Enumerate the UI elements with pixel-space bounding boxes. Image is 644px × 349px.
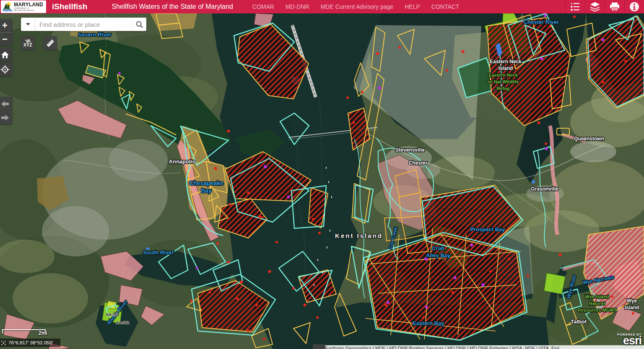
map-label: Island xyxy=(499,65,513,71)
locate-button[interactable] xyxy=(0,62,13,76)
nav-link-help[interactable]: HELP xyxy=(405,3,420,10)
info-icon xyxy=(629,2,639,12)
zoom-in-button[interactable]: + xyxy=(0,19,13,32)
map-canvas[interactable]: Severn RiverAnnapolisChesapeakeBaySouth … xyxy=(0,13,644,349)
print-icon xyxy=(610,2,620,11)
ruler-icon xyxy=(46,39,55,48)
dnr-logo-text: MARYLAND DEPARTMENT OF NATURAL RESOURCES xyxy=(14,2,43,11)
print-button[interactable] xyxy=(605,0,624,13)
scale-label: 2mi xyxy=(39,330,47,336)
map-label: Chester River xyxy=(524,19,559,25)
nav-link-mde-advisory[interactable]: MDE Current Advisory page xyxy=(321,3,394,10)
esri-logo: POWERED BY esri xyxy=(617,333,641,345)
locate-icon xyxy=(1,65,9,74)
nav-link-comar[interactable]: COMAR xyxy=(252,3,274,10)
top-nav: COMAR MD-DNR MDE Current Advisory page H… xyxy=(252,3,460,10)
map-label: South River xyxy=(143,249,174,256)
legend-icon xyxy=(570,2,580,11)
coordinates-value: 76°6.817' 38°52.050' xyxy=(8,340,53,345)
dnr-logo-icon xyxy=(2,1,13,12)
map-label: Wye Island xyxy=(585,294,609,299)
map-label: Prospect Bay xyxy=(470,226,505,233)
map-label: Alley Bay xyxy=(426,252,451,259)
app-header: MARYLAND DEPARTMENT OF NATURAL RESOURCES… xyxy=(0,0,644,13)
map-label: Eastern Neck xyxy=(488,72,518,78)
search-source-dropdown[interactable] xyxy=(21,18,35,31)
previous-extent-button[interactable] xyxy=(0,97,13,111)
map-label: Eastern Bay xyxy=(413,320,444,326)
info-button[interactable] xyxy=(624,0,644,13)
search-widget xyxy=(21,18,146,31)
map-label: Severn River xyxy=(78,31,112,38)
map-label: Kent Island xyxy=(335,232,383,239)
next-extent-button[interactable] xyxy=(0,111,13,124)
map-label: Talbot xyxy=(571,318,587,325)
map-label: Wye xyxy=(627,298,637,304)
map-label: Annapolis xyxy=(169,158,195,165)
map-label: Bay xyxy=(201,187,212,194)
attribution-text: Earthstar Geographics | MDE | MD DNR Boa… xyxy=(325,345,644,349)
layers-icon xyxy=(589,2,600,12)
map-label: Eastern Neck xyxy=(490,59,522,65)
map-label: AA-703 xyxy=(106,313,119,317)
ishellfish-app: MARYLAND DEPARTMENT OF NATURAL RESOURCES… xyxy=(0,0,644,349)
attribution-toggle xyxy=(313,344,325,349)
map-label: AA-102 xyxy=(116,321,129,325)
home-button[interactable] xyxy=(0,48,13,62)
page-title: Shellfish Waters of the State of Marylan… xyxy=(112,3,233,10)
chevron-down-icon xyxy=(26,23,31,26)
map-label: Resources MGMT xyxy=(578,308,617,313)
map-label: Island xyxy=(625,305,639,310)
map-label: Isl Nat Wildlife xyxy=(487,79,519,84)
map-label: Queenstown xyxy=(574,136,604,142)
nav-link-md-dnr[interactable]: MD-DNR xyxy=(286,3,309,10)
nav-link-contact[interactable]: CONTACT xyxy=(431,3,460,10)
layers-button[interactable] xyxy=(585,0,605,13)
home-icon xyxy=(1,52,9,58)
map-label: Natural xyxy=(589,301,605,306)
app-title: iShellfish xyxy=(52,2,87,11)
search-button[interactable] xyxy=(132,18,146,31)
header-icon-bar xyxy=(565,0,644,13)
dnr-logo: MARYLAND DEPARTMENT OF NATURAL RESOURCES xyxy=(1,0,46,13)
zoom-out-button[interactable]: − xyxy=(0,32,13,46)
map-container: Severn RiverAnnapolisChesapeakeBaySouth … xyxy=(0,13,644,349)
swap-arrows-icon xyxy=(24,39,32,43)
map-label: Refug xyxy=(496,86,509,91)
xyz-coordinates-button[interactable]: XYZ xyxy=(21,36,35,50)
map-label: Chester xyxy=(409,160,428,166)
esri-wordmark: esri xyxy=(617,336,641,345)
search-icon xyxy=(135,21,143,28)
map-tools: XYZ xyxy=(21,36,57,50)
map-label: Crab xyxy=(432,245,444,251)
coordinates-icon xyxy=(1,340,6,346)
back-arrow-icon xyxy=(1,101,9,107)
search-input[interactable] xyxy=(35,18,132,31)
attribution-bar: Earthstar Geographics | MDE | MD DNR Boa… xyxy=(325,345,644,349)
map-label: Chesapeake xyxy=(189,180,223,186)
map-label: Stevensville xyxy=(395,147,425,153)
legend-button[interactable] xyxy=(565,0,585,13)
zoom-control: + − xyxy=(0,19,13,46)
measure-button[interactable] xyxy=(43,36,57,50)
coordinates-readout: 76°6.817' 38°52.050' xyxy=(0,339,60,347)
forward-arrow-icon xyxy=(1,115,9,121)
map-label: Grasonville xyxy=(531,186,558,192)
